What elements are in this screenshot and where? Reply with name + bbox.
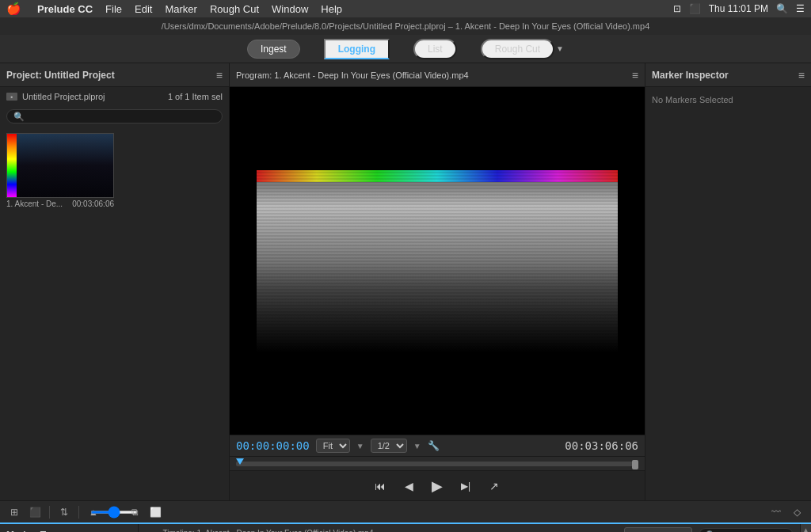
playhead: [236, 458, 244, 465]
tool-zoom-slider[interactable]: [106, 504, 122, 520]
clip-thumbnail[interactable]: 1. Akcent - De... 00:03:06:06: [6, 133, 114, 210]
program-header: Program: 1. Akcent - Deep In Your Eyes (…: [230, 63, 645, 87]
tool-contract-icon[interactable]: ⬜: [147, 504, 163, 520]
menu-search-icon[interactable]: 🔍: [776, 3, 788, 14]
export-button[interactable]: ↗: [485, 477, 504, 496]
project-menu-icon[interactable]: ≡: [216, 69, 223, 82]
menu-wifi-icon[interactable]: ⬛: [689, 3, 701, 14]
menu-bar: 🍎 Prelude CC File Edit Marker Rough Cut …: [0, 0, 811, 17]
file-row: ▪ Untitled Project.plproj 1 of 1 Item se…: [0, 90, 229, 103]
project-files: ▪ Untitled Project.plproj 1 of 1 Item se…: [0, 87, 229, 106]
tool-waves-icon[interactable]: 〰: [768, 504, 784, 520]
timeline-tab-markers[interactable]: Markers: [395, 529, 427, 533]
play-button[interactable]: ▶: [428, 477, 447, 496]
search-input[interactable]: [6, 109, 223, 124]
timeline-tabs: ≡ Timeline: 1. Akcent - Deep In Your Eye…: [145, 529, 427, 533]
program-title: Program: 1. Akcent - Deep In Your Eyes (…: [236, 70, 469, 80]
video-scan-lines: [257, 170, 618, 352]
marker-type-panel: Marker Type ≡ All Default Markers 1 Subc…: [0, 524, 139, 532]
scroll-up-button[interactable]: ▲: [801, 524, 811, 532]
tool-expand-icon[interactable]: ⧉: [127, 504, 143, 520]
menu-display-icon[interactable]: ⊡: [673, 3, 681, 14]
timecode-start: 00:00:00:00: [236, 439, 310, 452]
clip-duration: 00:03:06:06: [72, 200, 114, 208]
file-name: Untitled Project.plproj: [22, 92, 105, 101]
menu-roughcut[interactable]: Rough Cut: [210, 3, 259, 15]
tool-grid-icon[interactable]: ⬛: [27, 504, 43, 520]
menu-help[interactable]: Help: [321, 3, 342, 15]
wrench-icon[interactable]: 🔧: [428, 440, 440, 451]
scrubber-bar[interactable]: [230, 456, 645, 470]
menu-window[interactable]: Window: [272, 3, 308, 15]
toolbar: Ingest Logging List Rough Cut ▼: [0, 35, 811, 63]
path-bar: /Users/dmx/Documents/Adobe/Prelude/8.0/P…: [0, 17, 811, 35]
menu-edit[interactable]: Edit: [135, 3, 152, 15]
file-path: /Users/dmx/Documents/Adobe/Prelude/8.0/P…: [162, 21, 650, 31]
clip-image: [6, 133, 114, 198]
apple-menu[interactable]: 🍎: [6, 2, 21, 16]
video-content: [257, 170, 618, 352]
tool-divider-1: [49, 506, 50, 519]
tool-sort-icon[interactable]: ⇅: [56, 504, 72, 520]
left-panel: Project: Untitled Project ≡ ▪ Untitled P…: [0, 63, 230, 500]
scrubber-track[interactable]: [236, 462, 638, 466]
no-markers-text: No Markers Selected: [645, 87, 811, 112]
timeline-main: ≡ Timeline: 1. Akcent - Deep In Your Eye…: [139, 524, 800, 532]
timeline-right-scrollbar[interactable]: ▲ ▼: [800, 524, 811, 532]
video-frame: [257, 170, 618, 352]
tool-diamond-icon[interactable]: ◇: [789, 504, 805, 520]
program-menu-icon[interactable]: ≡: [632, 69, 638, 82]
marker-type-header: Marker Type ≡: [0, 524, 138, 532]
timeline-area: Marker Type ≡ All Default Markers 1 Subc…: [0, 522, 811, 532]
project-header: Project: Untitled Project ≡: [0, 63, 229, 87]
chevron-down-icon: ▼: [356, 442, 364, 450]
app-name: Prelude CC: [37, 3, 93, 15]
ingest-button[interactable]: Ingest: [247, 40, 300, 59]
step-back-button[interactable]: ◀: [399, 477, 418, 496]
file-icon: ▪: [6, 93, 17, 101]
tool-divider-2: [78, 506, 79, 519]
transport-controls: ⏮ ◀ ▶ ▶| ↗: [230, 470, 645, 500]
clip-video-frame: [7, 134, 113, 197]
fit-select[interactable]: Fit: [316, 439, 350, 453]
roughcut-chevron-icon[interactable]: ▼: [556, 44, 564, 53]
video-controls-bar: 00:00:00:00 Fit ▼ 1/2 ▼ 🔧 00:03:06:06: [230, 435, 645, 456]
marker-type-menu-icon[interactable]: ≡: [125, 529, 131, 533]
menu-file[interactable]: File: [105, 3, 122, 15]
color-bar: [7, 134, 17, 197]
scrubber-end: [632, 460, 638, 469]
quality-select[interactable]: 1/2: [371, 439, 407, 453]
marker-type-title: Marker Type: [6, 530, 62, 533]
list-button[interactable]: List: [413, 39, 457, 59]
main-content: Project: Untitled Project ≡ ▪ Untitled P…: [0, 63, 811, 500]
timeline-file-label: Timeline: 1. Akcent - Deep In Your Eyes …: [162, 529, 373, 533]
timeline-search-input[interactable]: [699, 528, 794, 533]
bottom-toolbar: ⊞ ⬛ ⇅ ▲ ⧉ ⬜ 〰 ◇: [0, 500, 811, 522]
roughcut-button[interactable]: Rough Cut: [481, 39, 554, 59]
timecode-end: 00:03:06:06: [565, 439, 638, 452]
menu-time: Thu 11:01 PM: [709, 3, 768, 14]
clip-name: 1. Akcent - De...: [6, 200, 63, 208]
step-forward-button[interactable]: ▶|: [456, 477, 475, 496]
quality-chevron-icon: ▼: [413, 442, 421, 450]
markers-dropdown[interactable]: All Markers: [624, 527, 692, 533]
timeline-header-bar: ≡ Timeline: 1. Akcent - Deep In Your Eye…: [139, 524, 800, 532]
menu-marker[interactable]: Marker: [165, 3, 196, 15]
skip-to-start-button[interactable]: ⏮: [371, 477, 390, 496]
file-count: 1 of 1 Item sel: [168, 92, 223, 101]
right-panel: Marker Inspector ≡ No Markers Selected: [645, 63, 811, 500]
clip-info: 1. Akcent - De... 00:03:06:06: [6, 198, 114, 210]
video-area: [230, 87, 645, 435]
timeline-icon: ≡: [145, 529, 150, 533]
menu-list-icon[interactable]: ☰: [796, 3, 805, 14]
marker-inspector-header: Marker Inspector ≡: [645, 63, 811, 87]
timeline-controls: Show: All Markers: [593, 527, 794, 533]
tool-list-icon[interactable]: ⊞: [6, 504, 22, 520]
project-title: Project: Untitled Project: [6, 70, 115, 81]
marker-inspector-title: Marker Inspector: [652, 70, 729, 81]
center-panel: Program: 1. Akcent - Deep In Your Eyes (…: [230, 63, 645, 500]
marker-inspector-menu-icon[interactable]: ≡: [798, 69, 805, 82]
logging-button[interactable]: Logging: [324, 39, 390, 59]
clip-grid: 1. Akcent - De... 00:03:06:06: [0, 127, 229, 216]
search-bar[interactable]: [6, 109, 223, 124]
